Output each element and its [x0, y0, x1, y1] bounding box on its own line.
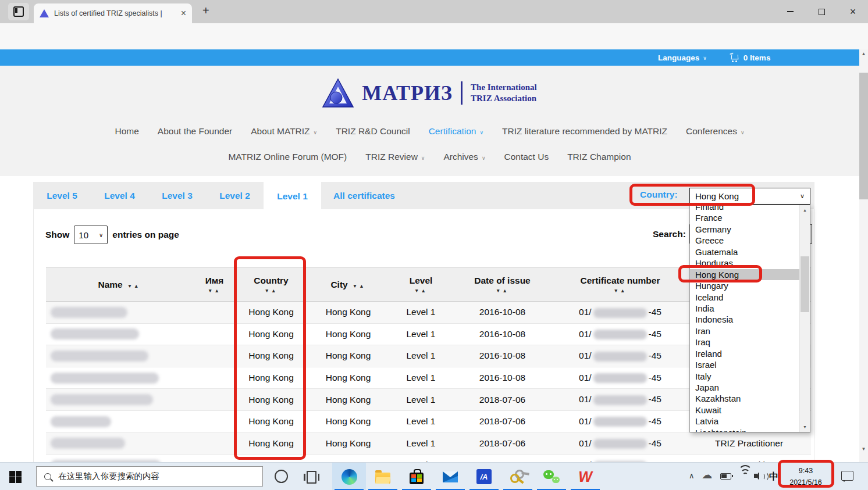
country-option[interactable]: Kazakhstan	[690, 393, 800, 404]
vertical-tabs-button[interactable]	[8, 3, 29, 20]
header-country[interactable]: Country▼▲	[236, 268, 306, 302]
tab-all-certificates[interactable]: All certificates	[321, 182, 407, 209]
header-date-of-issue[interactable]: Date of issue▼▲	[451, 268, 553, 302]
country-option[interactable]: Ireland	[690, 348, 800, 359]
country-option[interactable]: Iran	[690, 326, 800, 337]
country-option[interactable]: Latvia	[690, 416, 800, 427]
tab-close-icon[interactable]: ×	[181, 9, 186, 18]
tab-level-2[interactable]: Level 2	[206, 182, 264, 209]
header-name-ru[interactable]: Имя▼▲	[193, 268, 236, 302]
header-city[interactable]: City▼▲	[306, 268, 390, 302]
nav-matriz-online-forum[interactable]: MATRIZ Online Forum (MOF)	[228, 152, 347, 162]
scrollbar-down-icon[interactable]: ▼	[859, 445, 868, 453]
site-logo[interactable]: МАТРИЗ The International TRIZ Associatio…	[0, 78, 859, 108]
browser-tab[interactable]: Lists of certified TRIZ specialists | ×	[34, 3, 192, 23]
sort-icons[interactable]: ▼▲	[353, 283, 366, 289]
nav-contact-us[interactable]: Contact Us	[504, 152, 549, 162]
taskbar-keys-app-button[interactable]	[501, 463, 535, 490]
country-option[interactable]: Italy	[690, 371, 800, 382]
country-option[interactable]: India	[690, 303, 800, 314]
sort-icons[interactable]: ▼▲	[451, 288, 553, 294]
sort-icons[interactable]: ▼▲	[193, 288, 236, 294]
country-option[interactable]: Indonesia	[690, 314, 800, 325]
country-option[interactable]: Japan	[690, 382, 800, 393]
page-scrollbar[interactable]: ▲ ▼	[859, 49, 868, 462]
taskbar-clock[interactable]: 9:43 2021/5/16	[781, 465, 831, 488]
new-tab-button[interactable]: +	[202, 4, 209, 17]
cart-icon[interactable]	[730, 53, 739, 62]
country-option[interactable]: Iraq	[690, 337, 800, 348]
cell-date: 2016-10-08	[451, 345, 553, 367]
redacted-certificate	[593, 439, 647, 449]
taskbar-store-button[interactable]	[400, 463, 433, 490]
page-size-select[interactable]: 10 ∨	[74, 226, 108, 244]
nav-about-matriz[interactable]: About MATRIZ∨	[251, 126, 317, 137]
country-option[interactable]: Iceland	[690, 292, 800, 303]
sort-icons[interactable]: ▼▲	[236, 288, 306, 294]
country-option[interactable]: Hungary	[690, 280, 800, 291]
window-restore-button[interactable]	[808, 0, 835, 23]
tab-level-3[interactable]: Level 3	[148, 182, 206, 209]
nav-triz-champion[interactable]: TRIZ Champion	[567, 152, 631, 162]
country-option[interactable]: Greece	[690, 235, 800, 246]
window-close-button[interactable]: ×	[839, 0, 866, 23]
sort-icons[interactable]: ▼▲	[553, 288, 687, 294]
taskbar-search-box[interactable]: 在这里输入你要搜索的内容	[36, 466, 263, 487]
cart-items-label[interactable]: 0 Items	[744, 53, 771, 62]
cortana-button[interactable]	[275, 470, 288, 483]
taskbar-wechat-button[interactable]	[535, 463, 568, 490]
nav-archives[interactable]: Archives∨	[443, 152, 485, 162]
country-option[interactable]: Finland	[690, 205, 800, 212]
nav-conferences[interactable]: Conferences∨	[686, 126, 744, 137]
header-level[interactable]: Level▼▲	[390, 268, 451, 302]
taskbar-file-explorer-button[interactable]	[366, 463, 400, 490]
chevron-down-icon: ∨	[480, 130, 484, 135]
task-view-button[interactable]	[307, 471, 316, 484]
country-option[interactable]: Liechtenstein	[690, 427, 800, 432]
cell-name-ru	[193, 302, 236, 324]
taskbar-wps-button[interactable]: W	[568, 463, 602, 490]
country-select[interactable]: Hong Kong ∨	[689, 188, 810, 205]
country-option-selected[interactable]: Hong Kong	[690, 269, 800, 280]
sort-icons[interactable]: ▼▲	[127, 283, 141, 289]
header-name[interactable]: Name▼▲	[46, 268, 193, 302]
dropdown-scrollbar[interactable]: ▲ ▼	[799, 205, 810, 432]
taskbar-ia-app-button[interactable]: /A	[467, 463, 501, 490]
dropdown-scroll-down-icon[interactable]: ▼	[800, 422, 810, 432]
dropdown-scroll-up-icon[interactable]: ▲	[800, 205, 810, 215]
country-option[interactable]: France	[690, 212, 800, 223]
taskbar-edge-button[interactable]	[332, 463, 366, 490]
tab-level-4[interactable]: Level 4	[91, 182, 148, 209]
dropdown-scrollbar-thumb[interactable]	[801, 256, 809, 312]
onedrive-cloud-icon[interactable]: ☁	[702, 468, 712, 481]
nav-triz-review[interactable]: TRIZ Review∨	[365, 152, 425, 162]
start-button[interactable]	[9, 471, 22, 483]
header-certificate-number[interactable]: Certificate number▼▲	[553, 268, 687, 302]
keys-icon	[510, 469, 526, 484]
tray-overflow-chevron-icon[interactable]: ∧	[689, 471, 695, 480]
nav-triz-rd-council[interactable]: TRIZ R&D Council	[336, 126, 410, 137]
scrollbar-thumb[interactable]	[859, 73, 868, 199]
country-option[interactable]: Israel	[690, 359, 800, 370]
nav-certification[interactable]: Certification∨	[429, 126, 483, 137]
country-option[interactable]: Kuwait	[690, 405, 800, 416]
volume-icon[interactable]	[754, 472, 767, 480]
sort-icons[interactable]: ▼▲	[390, 288, 451, 294]
nav-about-founder[interactable]: About the Founder	[158, 126, 232, 137]
country-option[interactable]: Germany	[690, 224, 800, 235]
taskbar-mail-button[interactable]	[433, 463, 467, 490]
window-minimize-button[interactable]	[777, 0, 803, 23]
battery-icon[interactable]	[720, 473, 731, 480]
languages-menu[interactable]: Languages ∨	[658, 53, 707, 62]
country-option[interactable]: Honduras	[690, 257, 800, 269]
scrollbar-up-icon[interactable]: ▲	[859, 49, 868, 58]
tab-level-5[interactable]: Level 5	[33, 182, 91, 209]
nav-triz-literature[interactable]: TRIZ literature recommended by MATRIZ	[502, 126, 667, 137]
tab-level-1[interactable]: Level 1	[264, 182, 321, 213]
wifi-icon[interactable]	[739, 470, 752, 479]
action-center-icon[interactable]	[841, 471, 853, 481]
country-option[interactable]: Guatemala	[690, 246, 800, 257]
nav-home[interactable]: Home	[115, 126, 138, 137]
redacted-certificate	[593, 395, 647, 405]
ime-indicator[interactable]: 中	[769, 471, 778, 483]
